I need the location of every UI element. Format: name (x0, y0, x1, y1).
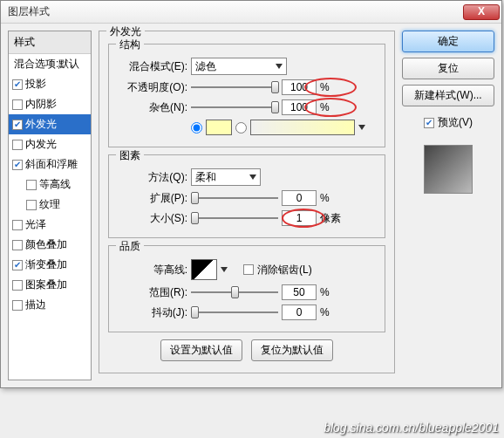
reset-button[interactable]: 复位 (402, 58, 494, 79)
noise-slider[interactable] (191, 101, 278, 113)
noise-input[interactable]: 100 (282, 99, 317, 115)
quality-group: 品质 等高线: 消除锯齿(L) 范围(R): 50 % (108, 245, 385, 332)
right-panel: 确定 复位 新建样式(W)... ✔预览(V) (402, 31, 494, 380)
contour-picker[interactable] (191, 259, 217, 280)
style-item-11[interactable]: 描边 (9, 295, 91, 315)
style-checkbox[interactable]: ✔ (12, 120, 23, 130)
style-label: 斜面和浮雕 (25, 157, 78, 172)
style-label: 图案叠加 (25, 277, 67, 292)
style-label: 内发光 (25, 137, 57, 152)
layer-style-dialog: 图层样式 X 样式 混合选项:默认 ✔投影内阴影✔外发光内发光✔斜面和浮雕等高线… (0, 0, 502, 388)
elements-group: 图素 方法(Q): 柔和 扩展(P): 0 % 大小(S): (108, 154, 385, 238)
style-item-7[interactable]: 光泽 (9, 215, 91, 235)
style-label: 渐变叠加 (25, 257, 67, 272)
style-item-8[interactable]: 颜色叠加 (9, 235, 91, 255)
opacity-input[interactable]: 100 (282, 79, 317, 95)
spread-label: 扩展(P): (118, 191, 187, 206)
structure-legend: 结构 (116, 38, 144, 52)
main-panel: 外发光 结构 混合模式(E): 滤色 不透明度(O): 100 % (99, 31, 395, 380)
jitter-slider[interactable] (191, 306, 278, 318)
style-label: 等高线 (39, 177, 71, 192)
styles-panel: 样式 混合选项:默认 ✔投影内阴影✔外发光内发光✔斜面和浮雕等高线纹理光泽颜色叠… (8, 31, 92, 380)
style-checkbox[interactable] (12, 280, 23, 291)
range-input[interactable]: 50 (282, 284, 317, 300)
size-input[interactable]: 1 (282, 210, 317, 226)
antialias-label: 消除锯齿(L) (257, 263, 312, 277)
titlebar[interactable]: 图层样式 X (1, 1, 501, 24)
blend-mode-label: 混合模式(E): (118, 59, 187, 74)
style-checkbox[interactable]: ✔ (12, 79, 23, 90)
style-label: 内阴影 (25, 97, 57, 112)
contour-label: 等高线: (118, 263, 187, 277)
styles-header: 样式 (9, 31, 91, 54)
style-checkbox[interactable] (26, 180, 37, 190)
jitter-input[interactable]: 0 (282, 305, 317, 320)
dialog-title: 图层样式 (8, 4, 463, 19)
style-checkbox[interactable]: ✔ (12, 160, 23, 170)
preview-label: 预览(V) (438, 115, 473, 130)
watermark: blog.sina.com.cn/blueapple2001 (324, 421, 499, 435)
style-item-6[interactable]: 纹理 (9, 195, 91, 215)
noise-label: 杂色(N): (118, 100, 187, 115)
reset-default-button[interactable]: 复位为默认值 (251, 339, 333, 361)
style-checkbox[interactable] (12, 140, 23, 150)
style-label: 投影 (25, 77, 46, 92)
blend-mode-select[interactable]: 滤色 (191, 58, 287, 75)
style-item-10[interactable]: 图案叠加 (9, 275, 91, 295)
style-checkbox[interactable] (12, 220, 23, 230)
preview-swatch (424, 145, 473, 194)
close-button[interactable]: X (463, 4, 500, 20)
structure-group: 结构 混合模式(E): 滤色 不透明度(O): 100 % (108, 44, 385, 147)
chevron-down-icon (276, 64, 283, 69)
method-label: 方法(Q): (118, 170, 187, 185)
range-label: 范围(R): (118, 285, 187, 300)
style-checkbox[interactable]: ✔ (12, 260, 23, 270)
style-label: 外发光 (25, 117, 57, 132)
style-label: 描边 (25, 298, 46, 312)
make-default-button[interactable]: 设置为默认值 (160, 339, 242, 361)
jitter-label: 抖动(J): (118, 305, 187, 320)
styles-list: ✔投影内阴影✔外发光内发光✔斜面和浮雕等高线纹理光泽颜色叠加✔渐变叠加图案叠加描… (9, 74, 91, 315)
style-label: 光泽 (25, 217, 46, 232)
style-checkbox[interactable] (12, 99, 23, 110)
quality-legend: 品质 (116, 239, 144, 254)
elements-legend: 图素 (116, 148, 144, 163)
spread-input[interactable]: 0 (282, 190, 317, 206)
style-label: 颜色叠加 (25, 237, 67, 252)
style-checkbox[interactable] (26, 200, 37, 210)
preview-checkbox[interactable]: ✔ (424, 118, 434, 128)
style-item-1[interactable]: 内阴影 (9, 94, 91, 114)
style-item-0[interactable]: ✔投影 (9, 74, 91, 94)
spread-slider[interactable] (191, 192, 278, 204)
size-label: 大小(S): (118, 211, 187, 226)
style-item-4[interactable]: ✔斜面和浮雕 (9, 154, 91, 175)
gradient-swatch[interactable] (250, 120, 355, 135)
style-item-9[interactable]: ✔渐变叠加 (9, 255, 91, 275)
style-item-5[interactable]: 等高线 (9, 175, 91, 195)
style-label: 纹理 (39, 197, 60, 212)
gradient-radio[interactable] (235, 122, 247, 133)
blend-options-item[interactable]: 混合选项:默认 (9, 54, 91, 74)
ok-button[interactable]: 确定 (402, 31, 494, 52)
outer-glow-group: 外发光 结构 混合模式(E): 滤色 不透明度(O): 100 % (99, 31, 395, 373)
style-item-3[interactable]: 内发光 (9, 134, 91, 154)
chevron-down-icon[interactable] (358, 125, 365, 130)
chevron-down-icon[interactable] (221, 267, 228, 272)
color-radio[interactable] (191, 122, 202, 133)
size-slider[interactable] (191, 212, 278, 224)
chevron-down-icon (249, 175, 256, 180)
opacity-slider[interactable] (191, 81, 278, 93)
style-item-2[interactable]: ✔外发光 (9, 114, 91, 134)
method-select[interactable]: 柔和 (191, 168, 261, 186)
color-swatch[interactable] (206, 120, 232, 135)
range-slider[interactable] (191, 286, 278, 298)
style-checkbox[interactable] (12, 300, 23, 311)
opacity-label: 不透明度(O): (118, 80, 187, 95)
antialias-checkbox[interactable] (243, 264, 254, 275)
new-style-button[interactable]: 新建样式(W)... (402, 85, 494, 106)
style-checkbox[interactable] (12, 240, 23, 250)
